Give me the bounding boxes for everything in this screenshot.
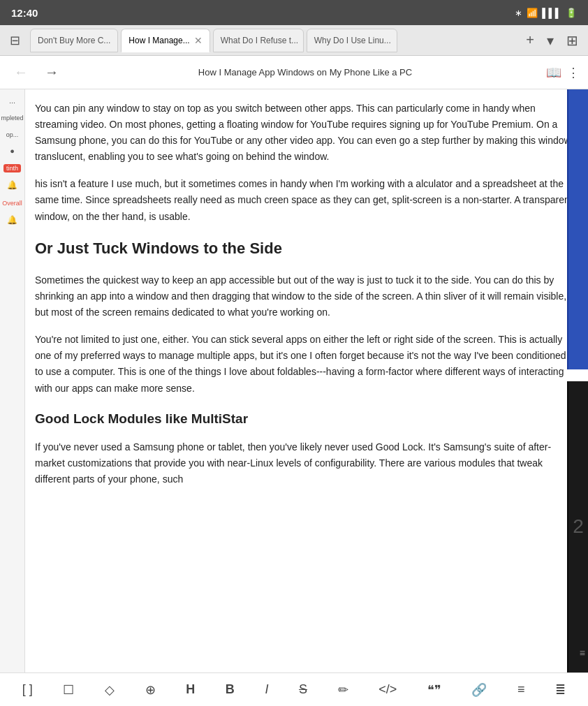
bluetooth-icon: ∗ xyxy=(515,8,522,18)
phone-menu-lines-icon: ≡ xyxy=(580,647,585,659)
toolbar-doc-btn[interactable]: ☐ xyxy=(57,679,80,700)
sidebar-op-label: op... xyxy=(6,131,19,138)
toolbar-strikethrough-btn[interactable]: S xyxy=(293,679,313,700)
sidebar-overall: Overall xyxy=(1,197,24,208)
sidebar-overall-label: Overall xyxy=(2,200,22,207)
toolbar-bold-btn[interactable]: B xyxy=(220,679,240,700)
toolbar-tag-btn[interactable]: ◇ xyxy=(99,679,120,700)
status-bar: 12:40 ∗ 📶 ▌▌▌ 🔋 xyxy=(0,0,588,25)
sidebar-completed: mpleted xyxy=(0,112,25,123)
phone-strip-top xyxy=(567,89,588,369)
article-paragraph-3: Sometimes the quickest way to keep an ap… xyxy=(35,272,574,321)
toolbar: [ ] ☐ ◇ ⊕ H B I S ✏ </> ❝❞ 🔗 ≡ ≣ xyxy=(0,672,588,706)
content-area: ... mpleted op... ● tinth 🔔 Overall 🔔 Yo… xyxy=(0,89,588,672)
toolbar-draw-btn[interactable]: ✏ xyxy=(332,679,354,700)
tab-dont-buy-label: Don't Buy More C... xyxy=(38,36,110,45)
menu-icon[interactable]: ⋮ xyxy=(567,65,580,80)
article-content[interactable]: You can pin any window to stay on top as… xyxy=(0,89,588,672)
article-paragraph-5: If you've never used a Samsung phone or … xyxy=(35,439,574,487)
article-paragraph-2-text: his isn't a feature I use much, but it s… xyxy=(35,178,573,221)
sidebar-bell: 🔔 xyxy=(6,179,19,191)
tab-what-do-i-label: What Do I Refuse t... xyxy=(221,36,298,45)
tab-grid-icon[interactable]: ⊟ xyxy=(6,30,24,51)
toolbar-bracket-btn[interactable]: [ ] xyxy=(17,679,38,700)
url-bar[interactable]: How I Manage App Windows on My Phone Lik… xyxy=(70,67,541,78)
article-paragraph-1: You can pin any window to stay on top as… xyxy=(35,101,574,165)
sidebar-bell2-icon: 🔔 xyxy=(7,215,17,225)
forward-button[interactable]: → xyxy=(39,61,64,83)
article-heading-2: Good Lock Modules like MultiStar xyxy=(35,408,574,429)
signal-icon: ▌▌▌ xyxy=(542,8,561,18)
back-button[interactable]: ← xyxy=(8,61,34,83)
sidebar-dot: ● xyxy=(8,145,16,156)
tab-bar: ⊟ Don't Buy More C... How I Manage... ✕ … xyxy=(0,25,588,56)
sidebar-bell-icon: 🔔 xyxy=(7,180,17,190)
nav-right-icons: 📖 ⋮ xyxy=(546,65,580,80)
tab-dropdown-button[interactable]: ▾ xyxy=(543,31,558,50)
toolbar-heading-btn[interactable]: H xyxy=(180,679,200,700)
sidebar-completed-label: mpleted xyxy=(1,115,23,122)
toolbar-attachment-btn[interactable]: ⊕ xyxy=(140,679,161,700)
tab-how-i-manage[interactable]: How I Manage... ✕ xyxy=(121,29,210,52)
sidebar-red-badge-container: tinth xyxy=(2,162,22,173)
sidebar-bell2: 🔔 xyxy=(6,214,19,226)
toolbar-list-btn[interactable]: ≡ xyxy=(512,679,531,700)
tab-grid-button[interactable]: ⊞ xyxy=(562,31,582,50)
article-paragraph-4: You're not limited to just one, either. … xyxy=(35,332,574,396)
tab-what-do-i[interactable]: What Do I Refuse t... xyxy=(213,29,304,52)
toolbar-quote-btn[interactable]: ❝❞ xyxy=(422,679,447,700)
toolbar-ordered-list-btn[interactable]: ≣ xyxy=(550,679,571,700)
toolbar-code-btn[interactable]: </> xyxy=(373,679,402,700)
sidebar-dot-icon: ● xyxy=(10,147,15,155)
tab-why-do-i[interactable]: Why Do I Use Linu... xyxy=(307,29,397,52)
sidebar-more-icon: ... xyxy=(9,96,15,105)
tab-dont-buy[interactable]: Don't Buy More C... xyxy=(30,29,118,52)
tab-how-i-manage-label: How I Manage... xyxy=(128,36,189,45)
reader-mode-icon[interactable]: 📖 xyxy=(546,65,561,80)
left-sidebar: ... mpleted op... ● tinth 🔔 Overall 🔔 xyxy=(0,89,25,672)
tab-actions: + ▾ ⊞ xyxy=(522,31,582,50)
article-paragraph-2: his isn't a feature I use much, but it s… xyxy=(35,176,574,224)
battery-icon: 🔋 xyxy=(566,8,577,18)
tab-close-icon[interactable]: ✕ xyxy=(194,35,203,46)
sidebar-op: op... xyxy=(5,128,20,140)
tab-why-do-i-label: Why Do I Use Linu... xyxy=(314,36,391,45)
phone-strip-bottom: 2 ≡ xyxy=(567,381,588,673)
nav-bar: ← → How I Manage App Windows on My Phone… xyxy=(0,56,588,89)
sidebar-red-badge: tinth xyxy=(3,164,21,172)
wifi-icon: 📶 xyxy=(527,8,538,18)
tab-bar-left: ⊟ xyxy=(6,30,24,51)
article-heading-1: Or Just Tuck Windows to the Side xyxy=(35,236,574,261)
new-tab-button[interactable]: + xyxy=(522,31,538,50)
toolbar-link-btn[interactable]: 🔗 xyxy=(466,679,492,700)
phone-screen-number: 2 xyxy=(573,515,584,538)
status-time: 12:40 xyxy=(11,7,38,19)
toolbar-italic-btn[interactable]: I xyxy=(259,679,274,700)
status-icons: ∗ 📶 ▌▌▌ 🔋 xyxy=(515,8,577,18)
sidebar-dots: ... xyxy=(8,95,17,106)
